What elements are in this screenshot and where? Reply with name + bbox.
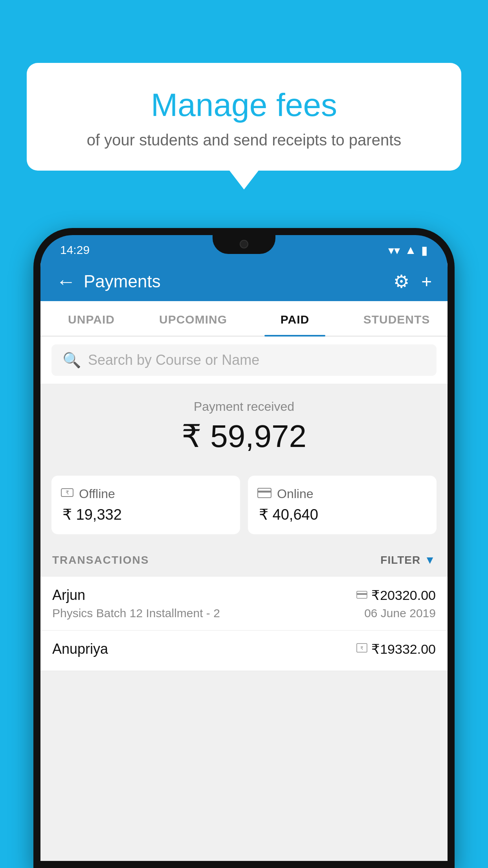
speech-bubble-container: Manage fees of your students and send re… [27, 63, 461, 171]
online-label: Online [277, 487, 314, 501]
transaction-amount-wrapper-2: ₹ ₹19332.00 [356, 641, 436, 657]
online-icon [257, 487, 272, 501]
payment-received-amount: ₹ 59,972 [40, 418, 448, 454]
battery-icon: ▮ [421, 243, 428, 257]
header-left: ← Payments [56, 272, 161, 291]
search-bar-wrapper: 🔍 Search by Course or Name [40, 337, 448, 384]
phone-screen-content: ← Payments ⚙ + UNPAID UPCOMING PAID STUD… [40, 262, 448, 861]
speech-bubble-title: Manage fees [50, 86, 438, 123]
transaction-date: 06 June 2019 [364, 607, 436, 620]
speech-bubble-subtitle: of your students and send receipts to pa… [50, 131, 438, 149]
header-right: ⚙ + [393, 271, 432, 292]
transaction-amount: ₹20320.00 [371, 587, 436, 603]
signal-icon: ▲ [405, 243, 416, 257]
offline-icon: ₹ [61, 487, 73, 501]
phone-inner: 14:29 ▾▾ ▲ ▮ ← Payments ⚙ + UNP [40, 235, 448, 861]
online-amount: ₹ 40,640 [257, 506, 427, 523]
transaction-amount-wrapper: ₹20320.00 [356, 587, 436, 603]
app-header: ← Payments ⚙ + [40, 262, 448, 301]
transactions-label: TRANSACTIONS [52, 554, 149, 566]
transaction-name: Arjun [52, 587, 85, 603]
online-payment-icon [356, 589, 367, 601]
transactions-header: TRANSACTIONS FILTER ▼ [40, 544, 448, 577]
tab-paid[interactable]: PAID [244, 301, 346, 336]
offline-label: Offline [79, 487, 115, 501]
tab-students[interactable]: STUDENTS [346, 301, 448, 336]
search-icon: 🔍 [62, 351, 81, 369]
filter-label: FILTER [380, 554, 420, 566]
svg-rect-3 [258, 491, 271, 493]
speech-bubble: Manage fees of your students and send re… [27, 63, 461, 171]
search-bar[interactable]: 🔍 Search by Course or Name [51, 344, 437, 376]
filter-icon: ▼ [424, 554, 436, 566]
gear-icon[interactable]: ⚙ [393, 271, 409, 292]
status-icons: ▾▾ ▲ ▮ [388, 243, 428, 257]
phone-frame: 14:29 ▾▾ ▲ ▮ ← Payments ⚙ + UNP [33, 228, 455, 868]
transaction-name-2: Anupriya [52, 641, 108, 657]
transaction-row[interactable]: Anupriya ₹ ₹19332.00 [40, 631, 448, 671]
svg-rect-5 [357, 593, 367, 595]
tabs-bar: UNPAID UPCOMING PAID STUDENTS [40, 301, 448, 337]
transaction-row-top-2: Anupriya ₹ ₹19332.00 [52, 641, 436, 657]
transaction-amount-2: ₹19332.00 [371, 641, 436, 657]
main-content: 🔍 Search by Course or Name Payment recei… [40, 337, 448, 861]
offline-card-top: ₹ Offline [61, 487, 231, 501]
svg-rect-2 [258, 488, 271, 498]
svg-text:₹: ₹ [360, 645, 363, 651]
search-placeholder: Search by Course or Name [88, 352, 259, 368]
status-time: 14:29 [60, 243, 90, 257]
plus-icon[interactable]: + [421, 271, 432, 292]
transaction-row-bottom: Physics Batch 12 Installment - 2 06 June… [52, 607, 436, 620]
payment-cards: ₹ Offline ₹ 19,332 [40, 466, 448, 544]
transaction-row-top: Arjun ₹20320.00 [52, 587, 436, 603]
payment-received-section: Payment received ₹ 59,972 [40, 384, 448, 466]
notch-camera [240, 240, 248, 248]
transaction-course: Physics Batch 12 Installment - 2 [52, 607, 220, 620]
wifi-icon: ▾▾ [388, 243, 400, 257]
offline-payment-icon: ₹ [356, 643, 367, 655]
back-button[interactable]: ← [56, 272, 76, 291]
online-card: Online ₹ 40,640 [248, 476, 437, 534]
transaction-row[interactable]: Arjun ₹20320.00 Physics [40, 577, 448, 631]
offline-amount: ₹ 19,332 [61, 506, 231, 523]
offline-card: ₹ Offline ₹ 19,332 [51, 476, 240, 534]
tab-unpaid[interactable]: UNPAID [40, 301, 142, 336]
tab-upcoming[interactable]: UPCOMING [142, 301, 244, 336]
filter-button[interactable]: FILTER ▼ [380, 554, 436, 566]
header-title: Payments [84, 272, 161, 291]
svg-text:₹: ₹ [66, 489, 69, 496]
payment-received-label: Payment received [40, 399, 448, 414]
online-card-top: Online [257, 487, 427, 501]
phone-notch [213, 235, 275, 254]
